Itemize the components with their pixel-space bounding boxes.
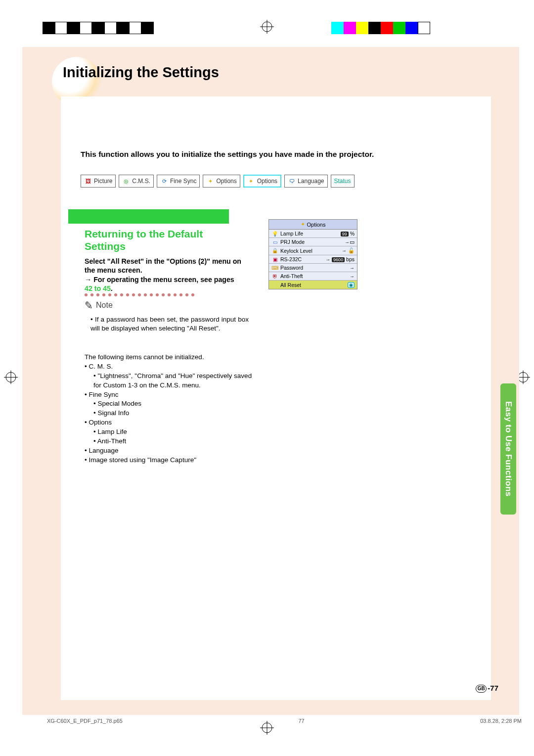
tab-icon: ◎ — [122, 177, 130, 185]
tab-finesync: ⟳Fine Sync — [157, 175, 200, 188]
osd-row-lamplife: 💡Lamp Life99 % — [269, 230, 357, 238]
note-icon: ✎ — [85, 299, 93, 312]
section-heading: Returning to the Default Settings — [85, 228, 233, 252]
osd-row-value: → 9600 bps — [325, 256, 355, 262]
tab-picture: 🖼Picture — [81, 175, 116, 188]
footer-print-info: XG-C60X_E_PDF_p71_78.p65 77 03.8.28, 2:2… — [47, 718, 522, 724]
tab-options: ✦Options — [243, 175, 281, 188]
instruction-block: Select "All Reset" in the "Options (2)" … — [85, 257, 243, 293]
osd-title: ✦ Options — [269, 220, 357, 230]
content-area: This function allows you to initialize t… — [61, 96, 491, 700]
dotted-divider — [85, 293, 194, 296]
osd-row-label: Anti-Theft — [280, 273, 348, 279]
tab-label: Language — [298, 178, 324, 185]
instruction-line1: Select "All Reset" in the "Options (2)" … — [85, 257, 241, 274]
list-item: Image stored using "Image Capture" — [85, 456, 253, 465]
osd-row-icon: ⛨ — [271, 273, 278, 279]
registration-mark-left — [4, 371, 18, 386]
green-accent-bar — [68, 209, 229, 224]
page-title: Initializing the Settings — [63, 64, 219, 81]
osd-row-allreset: All Reset◉ — [269, 281, 357, 289]
list-item: Language — [85, 446, 253, 456]
list-subitem: Lamp Life — [85, 427, 253, 437]
tab-icon: 🗨 — [288, 177, 296, 185]
osd-row-keylocklevel: 🔒Keylock Level→ 🔓 — [269, 246, 357, 255]
cannot-initialize-list: The following items cannot be initialize… — [85, 353, 253, 465]
list-subitem: "Lightness", "Chroma" and "Hue" respecti… — [85, 372, 253, 390]
tab-label: C.M.S. — [132, 178, 150, 185]
registration-mark-top — [260, 20, 274, 35]
subtitle: This function allows you to initialize t… — [81, 150, 486, 159]
osd-row-icon: 🔒 — [271, 248, 278, 254]
note-body: • If a password has been set, the passwo… — [90, 315, 249, 333]
tab-icon: ⟳ — [160, 177, 168, 185]
osd-row-antitheft: ⛨Anti-Theft→ — [269, 272, 357, 281]
osd-row-label: All Reset — [280, 282, 346, 288]
osd-row-icon: ⌨ — [271, 265, 278, 271]
footer-timestamp: 03.8.28, 2:28 PM — [480, 718, 522, 724]
osd-row-value: →▭ — [345, 239, 355, 245]
menu-tabs: 🖼Picture◎C.M.S.⟳Fine Sync✦Options✦Option… — [81, 175, 355, 188]
list-item: C. M. S. — [85, 362, 253, 372]
tab-label: Status — [334, 178, 351, 185]
color-registration — [331, 22, 430, 34]
note-header: ✎ Note — [85, 299, 113, 311]
osd-row-value: → — [350, 265, 355, 271]
footer-filename: XG-C60X_E_PDF_p71_78.p65 — [47, 718, 123, 724]
osd-row-value: → 🔓 — [342, 247, 355, 254]
tab-label: Options — [216, 178, 236, 185]
tab-icon: ✦ — [247, 177, 255, 185]
osd-row-password: ⌨Password→ — [269, 264, 357, 272]
tab-label: Fine Sync — [170, 178, 196, 185]
options-osd: ✦ Options 💡Lamp Life99 %▭PRJ Mode→▭🔒Keyl… — [268, 219, 357, 289]
footer-page: 77 — [298, 718, 304, 724]
list-subitem: Signal Info — [85, 409, 253, 418]
tab-label: Options — [257, 178, 277, 185]
bw-registration — [43, 22, 154, 34]
tab-options: ✦Options — [203, 175, 240, 188]
note-label: Note — [96, 301, 113, 310]
list-item: Fine Sync — [85, 390, 253, 400]
cannot-intro: The following items cannot be initialize… — [85, 353, 253, 362]
osd-row-value: → — [350, 273, 355, 279]
osd-row-value: ◉ — [348, 282, 355, 288]
osd-row-icon: ▭ — [271, 239, 278, 245]
osd-row-rsc: ▣RS-232C→ 9600 bps — [269, 255, 357, 264]
osd-row-label: Keylock Level — [280, 248, 340, 254]
page-number: GB-77 — [476, 684, 498, 693]
page-reference-link: 42 to 45 — [85, 284, 111, 292]
tab-status: Status — [331, 175, 355, 188]
tab-label: Picture — [94, 178, 112, 185]
osd-row-label: RS-232C — [280, 256, 323, 262]
osd-row-label: Password — [280, 265, 348, 271]
osd-row-value: 99 % — [341, 231, 355, 236]
osd-row-label: Lamp Life — [280, 231, 339, 236]
list-subitem: Anti-Theft — [85, 437, 253, 446]
page-background: Initializing the Settings This function … — [22, 47, 519, 715]
osd-row-icon: 💡 — [271, 231, 278, 236]
osd-row-prjmode: ▭PRJ Mode→▭ — [269, 238, 357, 246]
list-item: Options — [85, 418, 253, 427]
section-side-tab: Easy to Use Functions — [500, 383, 516, 515]
list-subitem: Special Modes — [85, 399, 253, 409]
tab-language: 🗨Language — [284, 175, 327, 188]
osd-row-icon — [271, 282, 278, 288]
tab-icon: 🖼 — [84, 177, 92, 185]
tab-cms: ◎C.M.S. — [119, 175, 154, 188]
tab-icon: ✦ — [206, 177, 214, 185]
osd-row-icon: ▣ — [271, 256, 278, 262]
instruction-line2: → For operating the menu screen, see pag… — [85, 276, 234, 292]
osd-row-label: PRJ Mode — [280, 239, 343, 245]
